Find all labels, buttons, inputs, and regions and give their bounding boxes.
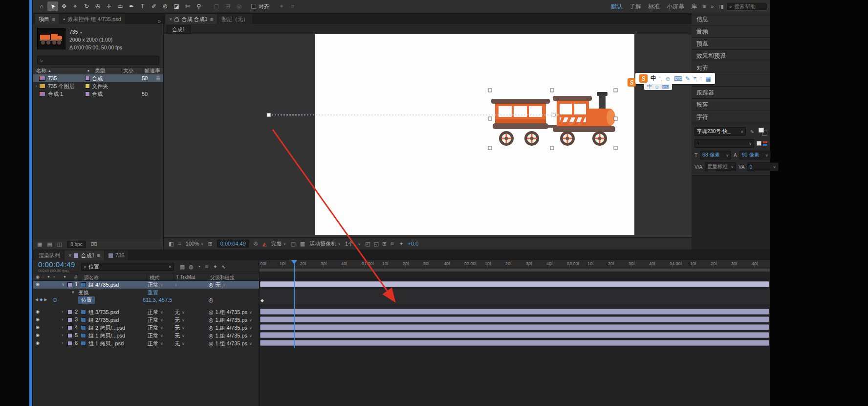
sogou-bar[interactable]: S 中 ’, ☺⌨✎≡↑▦ — [635, 73, 715, 84]
draft-3d-icon[interactable]: ◍ — [189, 264, 194, 270]
expand-icon[interactable]: › — [62, 340, 63, 345]
exposure-value[interactable]: +0.0 — [408, 241, 419, 247]
keyframe-diamond[interactable]: ◆ — [260, 298, 264, 303]
tab-render-queue[interactable]: 渲染队列 — [35, 250, 64, 260]
zoom-tool[interactable]: ⌖ — [70, 1, 81, 11]
label-color-chip[interactable] — [67, 317, 72, 322]
graph-editor-icon[interactable]: ∿ — [221, 264, 226, 270]
trash-icon[interactable]: ⌧ — [91, 241, 97, 248]
label-color-chip[interactable] — [85, 91, 90, 96]
tab-layer-viewer[interactable]: 图层（无） — [217, 14, 252, 24]
roto-brush-tool[interactable]: ✄ — [182, 1, 193, 11]
panel-header[interactable]: 信息 — [692, 13, 770, 25]
type-tool[interactable]: T — [137, 1, 148, 11]
label-color-chip[interactable] — [85, 76, 90, 81]
blend-mode-dropdown[interactable]: 正常∨ — [148, 332, 163, 339]
project-columns-header[interactable]: 名称▲ ● 类型 大小 帧速率 — [33, 67, 163, 74]
label-color-chip[interactable] — [67, 333, 72, 338]
canvas[interactable] — [315, 34, 634, 235]
ime-punctuation-toggle[interactable]: ’, — [659, 76, 662, 82]
help-search-input[interactable] — [734, 3, 764, 9]
workspace-tab[interactable]: 小屏幕 — [667, 2, 684, 11]
snap-toggle[interactable]: 对齐 — [251, 3, 269, 10]
kerning-dropdown[interactable]: 度量标准∨ — [705, 162, 736, 171]
composition-viewer[interactable] — [164, 34, 692, 237]
selected-item-name[interactable]: 735 ▼ — [69, 28, 122, 36]
brush-tool[interactable]: ✐ — [149, 1, 159, 11]
pickwhip-icon[interactable]: ◎ — [209, 340, 214, 347]
puppet-pin-tool[interactable]: ⚲ — [194, 1, 204, 11]
layer-name[interactable]: 组 3/735.psd — [88, 309, 119, 316]
view-layout-dropdown[interactable]: 1个..∨ — [345, 240, 361, 248]
multi-view-icon[interactable]: ◱ — [374, 241, 379, 247]
panel-header[interactable]: 效果和预设 — [692, 50, 770, 62]
expand-icon[interactable]: › — [62, 317, 63, 322]
clear-search-icon[interactable]: × — [168, 264, 171, 270]
pickwhip-icon[interactable]: ◎ — [209, 282, 214, 288]
expand-icon[interactable]: › — [62, 333, 63, 338]
eye-icon[interactable]: ◉ — [36, 325, 40, 330]
panel-menu-icon[interactable]: ≡ — [97, 252, 100, 258]
font-style-dropdown[interactable]: -∨ — [694, 139, 754, 148]
tab-composition[interactable]: × 合成 合成1 ≡ — [165, 14, 217, 24]
eye-icon[interactable]: ◉ — [36, 317, 40, 322]
parent-dropdown[interactable]: 1.组 4/735.ps∨ — [216, 324, 252, 332]
trkmat-dropdown[interactable]: 无∨ — [174, 309, 185, 316]
viewer-timecode[interactable]: 0:00:04:49 — [217, 240, 249, 248]
always-preview-icon[interactable]: ◧ — [169, 241, 174, 247]
pen-tool[interactable]: ✒ — [126, 1, 137, 11]
panel-header-character[interactable]: 字符 — [692, 111, 770, 123]
comp-flowchart-icon[interactable]: ▦ — [180, 264, 185, 270]
workspace-tab[interactable]: 了解 — [629, 2, 641, 11]
axis-mode-icon-3[interactable]: ◎ — [234, 1, 244, 11]
parent-dropdown[interactable]: 1.组 4/735.ps∨ — [216, 309, 252, 316]
new-folder-icon[interactable]: ◫ — [57, 241, 62, 248]
ime-icon[interactable]: ✎ — [685, 75, 690, 82]
layer-name[interactable]: 组 4/735.psd — [88, 281, 119, 289]
time-ruler[interactable]: :00f10f20f30f40f01:00f10f20f30f40f02:00f… — [259, 260, 770, 268]
layer-name[interactable]: 组 2/735.psd — [88, 316, 119, 324]
pickwhip-icon[interactable]: ◎ — [209, 325, 214, 331]
layer-duration-bar[interactable] — [260, 340, 769, 346]
组 3/735.psd[interactable]: ◉ › 2 组 3/735.psd 正常∨ 无∨ ◎1.组 4/735.ps∨ — [33, 308, 770, 316]
parent-dropdown[interactable]: 1.组 4/735.ps∨ — [216, 340, 252, 347]
collapse-icon[interactable]: ∨ — [71, 290, 75, 294]
workspace-tab[interactable]: 默认 — [611, 2, 623, 11]
pickwhip-icon[interactable]: ◎ — [209, 317, 214, 323]
组 1 拷贝/...psd[interactable]: ◉ › 5 组 1 拷贝/...psd 正常∨ 无∨ ◎1.组 4/735.ps… — [33, 332, 770, 339]
组 1 拷贝...psd[interactable]: ◉ › 6 组 1 拷贝...psd 正常∨ 无∨ ◎1.组 4/735.ps∨ — [33, 339, 770, 347]
trkmat-dropdown[interactable]: 无∨ — [174, 316, 185, 324]
blend-mode-dropdown[interactable]: 正常∨ — [148, 309, 163, 316]
roi-icon[interactable]: ▢ — [290, 241, 295, 247]
close-icon[interactable]: × — [169, 16, 172, 22]
trkmat-dropdown[interactable]: 无∨ — [174, 332, 185, 339]
magnification-icon[interactable]: ⌗ — [178, 241, 181, 247]
toolbar-extra-icon-1[interactable]: ✦ — [276, 1, 287, 11]
snap-checkbox[interactable] — [251, 4, 256, 9]
frame-blend-icon[interactable]: ≋ — [205, 264, 209, 270]
resolution-dropdown[interactable]: 完整∨ — [271, 240, 286, 248]
label-color-chip[interactable] — [67, 325, 72, 330]
exposure-icon[interactable]: ✦ — [399, 241, 403, 247]
expand-icon[interactable]: › — [62, 309, 63, 314]
tab-overflow[interactable]: » — [158, 18, 161, 24]
layer-name[interactable]: 组 1 拷贝...psd — [88, 340, 124, 347]
axis-mode-icon-1[interactable]: ▢ — [211, 1, 222, 11]
grid-view-icon[interactable]: ⊞ — [382, 241, 387, 247]
expand-icon[interactable]: › — [33, 84, 39, 89]
sogou-input-toolbar[interactable]: S S 中 ’, ☺⌨✎≡↑▦ 中☺⌨ — [628, 73, 737, 90]
sogou-logo[interactable]: S — [639, 74, 648, 83]
prev-keyframe-icon[interactable]: ◀ — [35, 297, 38, 302]
layer-duration-bar[interactable] — [260, 324, 769, 330]
next-keyframe-icon[interactable]: ▶ — [44, 297, 47, 302]
workspace-menu-icon[interactable]: ≡ — [703, 3, 706, 9]
pixel-aspect-icon[interactable]: ≋ — [390, 241, 394, 247]
trkmat-dropdown[interactable]: 无∨ — [174, 340, 185, 347]
eraser-tool[interactable]: ◪ — [171, 1, 182, 11]
ime-icon[interactable]: ☺ — [665, 75, 671, 82]
label-color-chip[interactable] — [67, 341, 72, 346]
zoom-dropdown[interactable]: 100%∨ — [186, 241, 204, 247]
snapshot-icon[interactable]: ✇ — [254, 241, 258, 247]
pickwhip-icon[interactable]: ◎ — [209, 309, 214, 316]
stopwatch-icon[interactable]: ◷ — [53, 297, 57, 302]
